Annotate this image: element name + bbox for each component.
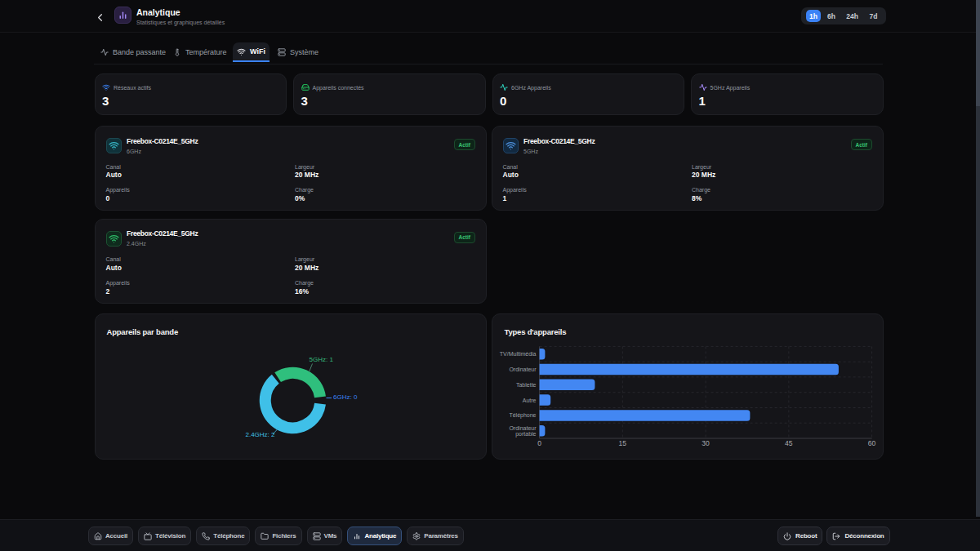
svg-text:TV/Multimédia: TV/Multimédia bbox=[499, 351, 536, 357]
svg-text:2.4GHz: 2: 2.4GHz: 2 bbox=[245, 431, 275, 438]
svg-text:Téléphone: Téléphone bbox=[509, 412, 536, 419]
svg-text:30: 30 bbox=[702, 439, 710, 447]
svg-text:15: 15 bbox=[618, 439, 626, 447]
svg-text:Autre: Autre bbox=[522, 398, 536, 403]
svg-text:45: 45 bbox=[785, 439, 793, 447]
svg-text:Ordinateur: Ordinateur bbox=[509, 425, 537, 431]
svg-text:0: 0 bbox=[537, 439, 541, 447]
svg-text:Tablette: Tablette bbox=[515, 382, 536, 388]
svg-text:6GHz: 0: 6GHz: 0 bbox=[333, 393, 358, 401]
svg-text:portable: portable bbox=[515, 431, 536, 438]
svg-text:5GHz: 1: 5GHz: 1 bbox=[309, 356, 333, 363]
svg-text:60: 60 bbox=[867, 439, 875, 447]
svg-text:Ordinateur: Ordinateur bbox=[509, 367, 537, 372]
